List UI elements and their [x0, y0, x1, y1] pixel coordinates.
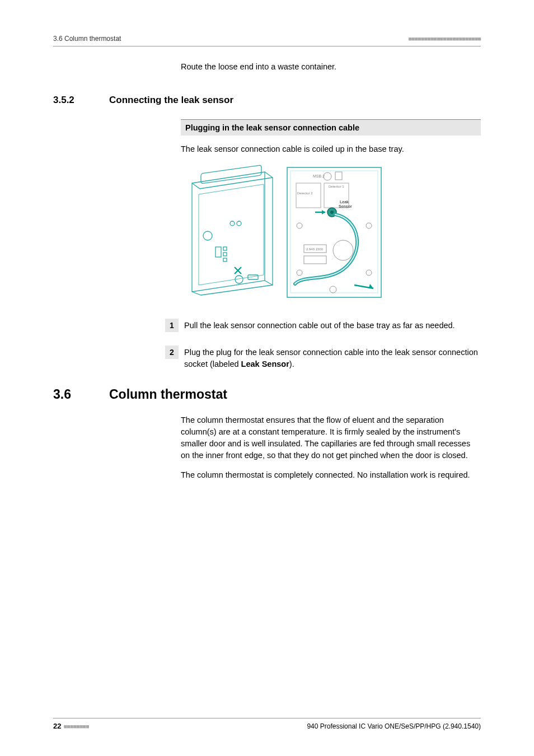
- step-text: Pull the leak sensor connection cable ou…: [184, 319, 455, 332]
- subsection-number: 3.5.2: [53, 95, 109, 106]
- step-text-post: ).: [289, 360, 294, 368]
- svg-point-7: [237, 221, 241, 226]
- footer-dots: ■■■■■■■■: [63, 723, 88, 730]
- instrument-diagram: MSB 2 Detector 2 Detector 1 Leak Sensor: [181, 163, 481, 303]
- svg-point-17: [330, 211, 334, 214]
- svg-point-12: [324, 172, 331, 180]
- section-title: Column thermostat: [109, 387, 227, 402]
- step-number: 2: [165, 346, 179, 359]
- intro-text: Route the loose end into a waste contain…: [181, 61, 481, 72]
- svg-point-21: [297, 270, 302, 276]
- procedure-title: Plugging in the leak sensor connection c…: [181, 119, 481, 136]
- svg-rect-14: [296, 183, 321, 208]
- svg-rect-5: [223, 258, 227, 262]
- svg-point-22: [366, 270, 372, 276]
- leak-sensor-label-line1: Leak: [340, 200, 349, 204]
- procedure-intro: The leak sensor connection cable is coil…: [181, 143, 481, 155]
- model-label: 2.940.1500: [306, 248, 324, 251]
- step-text: Plug the plug for the leak sensor connec…: [184, 346, 481, 370]
- svg-rect-3: [223, 247, 227, 250]
- subsection-heading: 3.5.2 Connecting the leak sensor: [53, 95, 481, 106]
- paragraph-2: The column thermostat is completely conn…: [181, 469, 481, 481]
- header-rule: [53, 46, 481, 46]
- page-footer: 22 ■■■■■■■■ 940 Professional IC Vario ON…: [53, 718, 481, 730]
- leak-sensor-bold: Leak Sensor: [241, 360, 289, 368]
- detector2-label: Detector 2: [297, 192, 313, 195]
- svg-point-18: [333, 240, 353, 260]
- svg-point-19: [297, 223, 302, 228]
- svg-point-1: [203, 231, 212, 240]
- header-section-ref: 3.6 Column thermostat: [53, 35, 121, 43]
- subsection-title: Connecting the leak sensor: [109, 95, 233, 106]
- svg-point-25: [330, 286, 336, 293]
- svg-rect-24: [304, 256, 326, 264]
- step-number: 1: [165, 319, 179, 332]
- leak-sensor-label-line2: Sensor: [339, 204, 352, 208]
- section-heading: 3.6 Column thermostat: [53, 387, 481, 402]
- footer-product: 940 Professional IC Vario ONE/SeS/PP/HPG…: [307, 722, 481, 730]
- svg-point-20: [366, 223, 372, 228]
- svg-point-6: [230, 221, 235, 226]
- step-text-pre: Plug the plug for the leak sensor connec…: [184, 348, 478, 368]
- svg-rect-13: [335, 172, 342, 180]
- page-header: 3.6 Column thermostat ■■■■■■■■■■■■■■■■■■…: [53, 35, 481, 46]
- header-dots: ■■■■■■■■■■■■■■■■■■■■■■■: [408, 35, 481, 42]
- detector1-label: Detector 1: [329, 185, 344, 188]
- svg-point-9: [235, 276, 243, 283]
- msb2-label: MSB 2: [313, 174, 325, 178]
- svg-rect-4: [223, 253, 227, 256]
- section-number: 3.6: [53, 387, 109, 402]
- step-1: 1 Pull the leak sensor connection cable …: [165, 319, 481, 332]
- svg-rect-2: [216, 247, 221, 257]
- step-2: 2 Plug the plug for the leak sensor conn…: [165, 346, 481, 370]
- page-number: 22: [53, 722, 61, 730]
- paragraph-1: The column thermostat ensures that the f…: [181, 414, 481, 461]
